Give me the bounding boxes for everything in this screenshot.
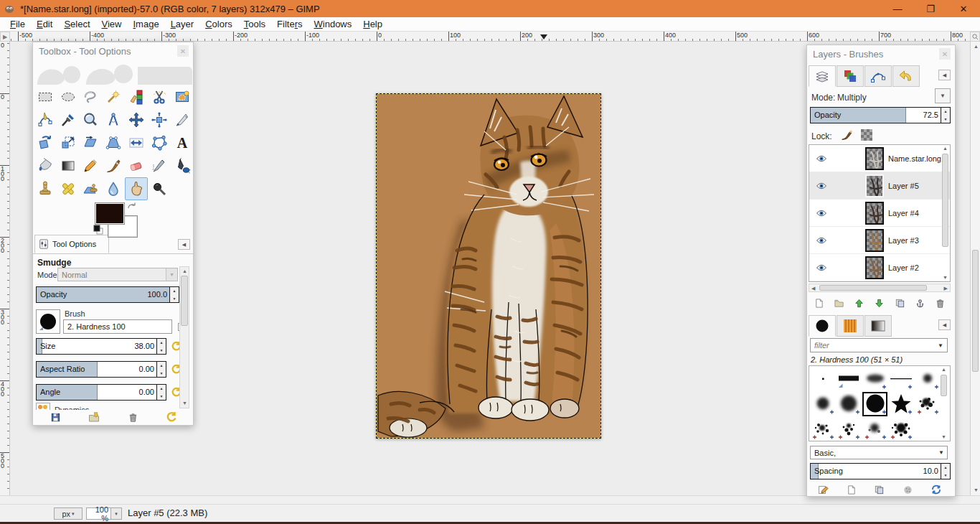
layer-thumbnail[interactable] xyxy=(865,174,884,197)
layer-mode-dropdown-icon[interactable]: ▼ xyxy=(935,88,951,103)
tool-align[interactable] xyxy=(148,108,171,131)
tool-crop[interactable] xyxy=(171,108,194,131)
layers-titlebar[interactable]: Layers - Brushes ✕ xyxy=(807,45,955,62)
tool-airbrush[interactable] xyxy=(148,154,171,177)
tool-pencil[interactable] xyxy=(80,154,103,177)
layers-close-icon[interactable]: ✕ xyxy=(939,48,951,60)
brush-star[interactable] xyxy=(889,392,914,416)
tool-cage-transform[interactable] xyxy=(148,131,171,154)
tool-free-select[interactable] xyxy=(80,85,103,108)
tab-brushes[interactable] xyxy=(809,315,836,337)
aspect-ratio-slider[interactable]: Aspect Ratio 0.00 ▲▼ xyxy=(36,361,166,378)
horizontal-ruler[interactable]: -500-400-300-200-10001002003004005006007… xyxy=(10,32,970,42)
tool-dodge-burn[interactable] xyxy=(148,177,171,200)
lock-pixels-icon[interactable] xyxy=(839,127,854,143)
visibility-eye-icon[interactable] xyxy=(815,154,828,163)
tool-rectangle-select[interactable] xyxy=(34,85,57,108)
layer-opacity-spinner[interactable]: ▲▼ xyxy=(941,108,950,123)
layer-thumbnail[interactable] xyxy=(865,147,884,170)
tool-shear[interactable] xyxy=(80,131,103,154)
tool-paths[interactable] xyxy=(34,108,57,131)
menu-select[interactable]: Select xyxy=(58,18,95,30)
layers-dock-menu-icon[interactable]: ◀ xyxy=(938,70,951,80)
menu-filters[interactable]: Filters xyxy=(271,18,308,30)
layer-thumbnail[interactable] xyxy=(865,256,884,279)
tool-perspective[interactable] xyxy=(102,131,125,154)
angle-spinner[interactable]: ▲▼ xyxy=(156,385,166,400)
layer-list-hscrollbar[interactable]: ◀ ▶ xyxy=(809,284,951,292)
paint-mode-combobox[interactable]: Normal ▼ xyxy=(57,268,178,281)
brush-line[interactable] xyxy=(889,367,914,391)
visibility-eye-icon[interactable] xyxy=(815,263,828,272)
layer-list-scrollbar[interactable]: ▲ ▼ xyxy=(941,145,951,281)
menu-view[interactable]: View xyxy=(96,18,128,30)
brush-hardness-100[interactable] xyxy=(862,392,887,416)
delete-tool-options-button[interactable] xyxy=(126,411,139,424)
visibility-eye-icon[interactable] xyxy=(815,209,828,217)
layer-row[interactable]: Name.star.long.p xyxy=(809,145,950,172)
tool-perspective-clone[interactable] xyxy=(80,177,103,200)
brush-splat-1[interactable] xyxy=(915,392,940,416)
tool-select-by-color[interactable] xyxy=(125,85,148,108)
menu-image[interactable]: Image xyxy=(127,18,164,30)
brush-soft-ellipse[interactable] xyxy=(862,367,887,391)
tab-patterns[interactable] xyxy=(837,315,864,337)
toolbox-titlebar[interactable]: Toolbox - Tool Options ✕ xyxy=(33,42,193,60)
spacing-spinner[interactable]: ▲▼ xyxy=(941,464,950,479)
menu-file[interactable]: File xyxy=(4,18,31,30)
layer-row[interactable]: Layer #5 xyxy=(809,172,950,200)
menu-help[interactable]: Help xyxy=(357,18,388,30)
tool-move[interactable] xyxy=(125,108,148,131)
vertical-scrollbar[interactable]: ▲ ▼ xyxy=(970,42,980,495)
scroll-down-icon[interactable]: ▼ xyxy=(974,487,979,494)
brush-grid-scrollbar[interactable]: ▲ ▼ xyxy=(939,366,949,441)
layer-thumbnail[interactable] xyxy=(865,229,884,252)
vertical-ruler[interactable]: 001 0 02 0 03 0 04 0 05 0 0 xyxy=(0,42,10,495)
tool-ellipse-select[interactable] xyxy=(57,85,80,108)
brush-name-box[interactable]: 2. Hardness 100 xyxy=(63,319,172,334)
brush-splat-4[interactable] xyxy=(862,417,887,441)
brush-splat-5[interactable] xyxy=(889,417,914,441)
reset-tool-options-button[interactable] xyxy=(165,411,178,424)
new-layer-button[interactable] xyxy=(814,298,824,309)
tab-undo-history[interactable] xyxy=(892,65,920,87)
tool-paintbrush[interactable] xyxy=(102,154,125,177)
size-spinner[interactable]: ▲▼ xyxy=(156,339,166,354)
brush-soft-medium[interactable] xyxy=(810,392,835,416)
default-colors-icon[interactable] xyxy=(93,225,103,235)
delete-brush-button[interactable] xyxy=(903,485,913,495)
vscroll-thumb[interactable] xyxy=(972,250,979,372)
tool-clone[interactable] xyxy=(34,177,57,200)
tool-flip[interactable] xyxy=(125,131,148,154)
menu-edit[interactable]: Edit xyxy=(31,18,58,30)
brushes-dock-menu-icon[interactable]: ◀ xyxy=(938,319,951,330)
edit-brush-bottom-button[interactable] xyxy=(817,484,829,495)
tool-options-scrollbar[interactable]: ▲ ▼ xyxy=(179,266,189,408)
delete-layer-button[interactable] xyxy=(935,298,946,309)
aspect-spinner[interactable]: ▲▼ xyxy=(156,362,166,377)
layer-row[interactable]: Layer #4 xyxy=(809,200,950,227)
brush-tag-combobox[interactable]: Basic, ▼ xyxy=(810,446,948,459)
layer-thumbnail[interactable] xyxy=(865,202,884,225)
minimize-button[interactable]: — xyxy=(881,0,914,17)
brush-bar[interactable] xyxy=(837,367,862,391)
ruler-corner-menu-button[interactable]: ▶ xyxy=(0,32,10,42)
lower-layer-button[interactable] xyxy=(874,298,885,309)
brush-filter-input[interactable] xyxy=(810,338,948,352)
tool-scale[interactable] xyxy=(57,131,80,154)
foreground-color-swatch[interactable] xyxy=(95,202,125,225)
brush-splat-3[interactable] xyxy=(837,417,862,441)
tab-layers[interactable] xyxy=(809,65,836,87)
layer-row[interactable]: Layer #3 xyxy=(809,227,950,254)
tool-heal[interactable] xyxy=(57,177,80,200)
size-slider[interactable]: Size 38.00 ▲▼ xyxy=(36,338,166,355)
refresh-brushes-button[interactable] xyxy=(930,484,942,495)
menu-tools[interactable]: Tools xyxy=(238,18,271,30)
restore-button[interactable]: ❐ xyxy=(914,0,947,17)
new-layer-group-button[interactable] xyxy=(834,298,844,309)
visibility-eye-icon[interactable] xyxy=(815,182,828,190)
brush-filter-dropdown-icon[interactable]: ▼ xyxy=(938,342,943,349)
brush-soft-large[interactable] xyxy=(837,392,862,416)
brush-soft-small[interactable] xyxy=(915,367,940,391)
dynamics-row[interactable]: Dynamics xyxy=(36,403,179,410)
